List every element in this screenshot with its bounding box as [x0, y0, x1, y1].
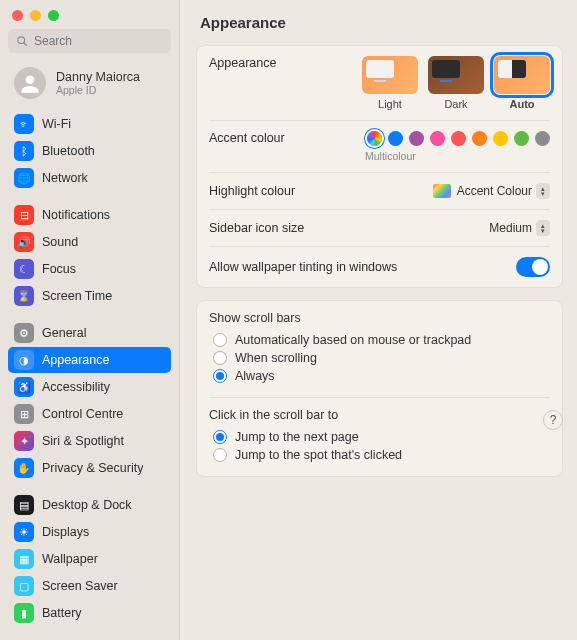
- appearance-option-light[interactable]: Light: [362, 56, 418, 110]
- accent-swatch-green[interactable]: [514, 131, 529, 146]
- sidebar-item-desktop[interactable]: ▤Desktop & Dock: [8, 492, 171, 518]
- appearance-panel: Appearance LightDarkAuto Accent colour M…: [196, 45, 563, 288]
- sidebar-item-notifications[interactable]: ⊟Notifications: [8, 202, 171, 228]
- sidebar-item-wifi[interactable]: ᯤWi-Fi: [8, 111, 171, 137]
- sidebar: Danny Maiorca Apple ID ᯤWi-FiᛒBluetooth🌐…: [0, 0, 180, 640]
- sidebar-item-screentime[interactable]: ⌛Screen Time: [8, 283, 171, 309]
- account-sub: Apple ID: [56, 84, 140, 96]
- battery-icon: ▮: [14, 603, 34, 623]
- appearance-option-dark[interactable]: Dark: [428, 56, 484, 110]
- controlcentre-icon: ⊞: [14, 404, 34, 424]
- sidebar-item-bluetooth[interactable]: ᛒBluetooth: [8, 138, 171, 164]
- scrollclick-title: Click in the scroll bar to: [209, 408, 550, 422]
- sidebar-item-controlcentre[interactable]: ⊞Control Centre: [8, 401, 171, 427]
- appearance-option-auto[interactable]: Auto: [494, 56, 550, 110]
- notifications-icon: ⊟: [14, 205, 34, 225]
- sidebar-item-wallpaper[interactable]: ▦Wallpaper: [8, 546, 171, 572]
- accent-swatch-blue[interactable]: [388, 131, 403, 146]
- minimize-window-button[interactable]: [30, 10, 41, 21]
- sidebar-scroll[interactable]: Danny Maiorca Apple ID ᯤWi-FiᛒBluetooth🌐…: [0, 63, 179, 640]
- scrollclick-option-next[interactable]: Jump to the next page: [209, 428, 550, 446]
- sidebar-item-label: Siri & Spotlight: [42, 434, 124, 448]
- sidebar-item-sound[interactable]: 🔊Sound: [8, 229, 171, 255]
- main-content: Appearance Appearance LightDarkAuto Acce…: [180, 0, 577, 640]
- radio-icon: [213, 430, 227, 444]
- privacy-icon: ✋: [14, 458, 34, 478]
- screentime-icon: ⌛: [14, 286, 34, 306]
- scrollbars-title: Show scroll bars: [209, 311, 550, 325]
- accent-swatch-red[interactable]: [451, 131, 466, 146]
- appearance-thumb-light: [362, 56, 418, 94]
- page-title: Appearance: [200, 14, 563, 31]
- sidebar-item-label: Network: [42, 171, 88, 185]
- scrollbars-option-auto[interactable]: Automatically based on mouse or trackpad: [209, 331, 550, 349]
- screensaver-icon: ▢: [14, 576, 34, 596]
- network-icon: 🌐: [14, 168, 34, 188]
- sidebar-item-appearance[interactable]: ◑Appearance: [8, 347, 171, 373]
- sidebar-icon-popup[interactable]: Medium ▴▾: [489, 220, 550, 236]
- accent-swatch-orange[interactable]: [472, 131, 487, 146]
- radio-label: Automatically based on mouse or trackpad: [235, 333, 471, 347]
- search-icon: [16, 35, 28, 47]
- sidebar-item-label: Privacy & Security: [42, 461, 143, 475]
- scrollbars-option-scrolling[interactable]: When scrolling: [209, 349, 550, 367]
- sidebar-item-general[interactable]: ⚙General: [8, 320, 171, 346]
- close-window-button[interactable]: [12, 10, 23, 21]
- help-button[interactable]: ?: [543, 410, 563, 430]
- search-input[interactable]: [34, 34, 163, 48]
- siri-icon: ✦: [14, 431, 34, 451]
- sidebar-item-label: Focus: [42, 262, 76, 276]
- highlight-label: Highlight colour: [209, 184, 423, 198]
- account-name: Danny Maiorca: [56, 70, 140, 84]
- window-controls: [0, 0, 179, 29]
- accent-swatch-multi[interactable]: [367, 131, 382, 146]
- chevron-updown-icon: ▴▾: [536, 183, 550, 199]
- highlight-popup[interactable]: Accent Colour ▴▾: [457, 183, 550, 199]
- sidebar-item-siri[interactable]: ✦Siri & Spotlight: [8, 428, 171, 454]
- sidebar-icon-value: Medium: [489, 221, 532, 235]
- radio-label: When scrolling: [235, 351, 317, 365]
- zoom-window-button[interactable]: [48, 10, 59, 21]
- sidebar-item-label: Screen Saver: [42, 579, 118, 593]
- sidebar-item-displays[interactable]: ☀Displays: [8, 519, 171, 545]
- accent-swatch-yellow[interactable]: [493, 131, 508, 146]
- wallpaper-tint-switch[interactable]: [516, 257, 550, 277]
- sidebar-item-screensaver[interactable]: ▢Screen Saver: [8, 573, 171, 599]
- search-field[interactable]: [8, 29, 171, 53]
- appearance-thumb-auto: [494, 56, 550, 94]
- sidebar-item-label: Battery: [42, 606, 82, 620]
- sidebar-item-label: Control Centre: [42, 407, 123, 421]
- appearance-option-label: Auto: [509, 98, 534, 110]
- sidebar-item-battery[interactable]: ▮Battery: [8, 600, 171, 626]
- avatar: [14, 67, 46, 99]
- desktop-icon: ▤: [14, 495, 34, 515]
- radio-icon: [213, 369, 227, 383]
- scrollclick-option-spot[interactable]: Jump to the spot that's clicked: [209, 446, 550, 464]
- accent-swatch-purple[interactable]: [409, 131, 424, 146]
- accent-swatch-graphite[interactable]: [535, 131, 550, 146]
- accessibility-icon: ♿: [14, 377, 34, 397]
- account-row[interactable]: Danny Maiorca Apple ID: [8, 63, 171, 111]
- sidebar-item-network[interactable]: 🌐Network: [8, 165, 171, 191]
- help: ?: [543, 410, 563, 430]
- general-icon: ⚙: [14, 323, 34, 343]
- sidebar-item-label: Sound: [42, 235, 78, 249]
- bluetooth-icon: ᛒ: [14, 141, 34, 161]
- appearance-label: Appearance: [209, 56, 352, 70]
- radio-label: Jump to the next page: [235, 430, 359, 444]
- sidebar-item-privacy[interactable]: ✋Privacy & Security: [8, 455, 171, 481]
- radio-icon: [213, 351, 227, 365]
- accent-swatch-pink[interactable]: [430, 131, 445, 146]
- sidebar-item-label: Wallpaper: [42, 552, 98, 566]
- svg-line-1: [24, 43, 27, 46]
- appearance-option-label: Light: [378, 98, 402, 110]
- scroll-panel: Show scroll bars Automatically based on …: [196, 300, 563, 477]
- focus-icon: ☾: [14, 259, 34, 279]
- scrollbars-option-always[interactable]: Always: [209, 367, 550, 385]
- sidebar-item-accessibility[interactable]: ♿Accessibility: [8, 374, 171, 400]
- highlight-swatch-icon: [433, 184, 451, 198]
- sidebar-icon-label: Sidebar icon size: [209, 221, 479, 235]
- appearance-thumb-dark: [428, 56, 484, 94]
- sidebar-item-focus[interactable]: ☾Focus: [8, 256, 171, 282]
- radio-icon: [213, 448, 227, 462]
